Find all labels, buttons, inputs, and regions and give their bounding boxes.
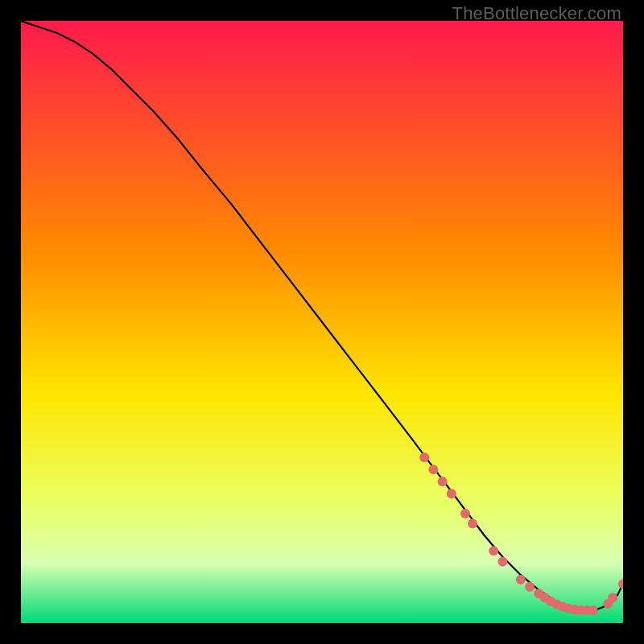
marker-dot <box>419 452 429 462</box>
marker-dot <box>468 519 477 529</box>
marker-dot <box>497 557 507 567</box>
marker-dot <box>460 509 470 518</box>
marker-dot <box>525 582 535 592</box>
chart-frame <box>21 21 623 623</box>
marker-dot <box>588 605 598 615</box>
marker-dot <box>447 489 456 498</box>
chart-svg <box>21 21 623 623</box>
marker-dot <box>608 593 617 603</box>
marker-dot <box>516 575 526 584</box>
marker-dot <box>489 546 498 555</box>
marker-dot <box>428 464 438 474</box>
watermark-text: TheBottlenecker.com <box>452 3 621 24</box>
marker-dot <box>438 477 448 486</box>
